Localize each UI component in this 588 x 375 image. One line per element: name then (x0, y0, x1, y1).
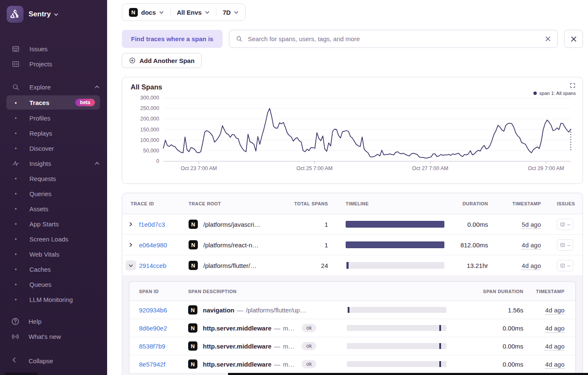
sidebar-item-profiles[interactable]: • Profiles (0, 110, 107, 126)
nextjs-icon: N (188, 359, 197, 369)
sidebar-item-app-starts[interactable]: •App Starts (0, 216, 107, 231)
timestamp-link[interactable]: 4d ago (545, 361, 564, 369)
sidebar-item-help[interactable]: Help (0, 314, 107, 329)
sidebar-item-label: Collapse (29, 357, 53, 365)
expand-chart-icon[interactable] (570, 82, 576, 89)
sentry-logo-icon[interactable] (7, 6, 24, 23)
project-selector[interactable]: N docs (129, 8, 164, 17)
span-id-link[interactable]: 8d6e90e2 (139, 325, 167, 332)
sidebar-item-caches[interactable]: •Caches (0, 262, 107, 277)
find-traces-label: Find traces where a span is (131, 35, 213, 42)
issues-icon (560, 242, 565, 248)
clear-search-icon[interactable] (545, 36, 551, 42)
sidebar-item-screen-loads[interactable]: •Screen Loads (0, 231, 107, 247)
timestamp-link[interactable]: 4d ago (545, 307, 564, 315)
remove-span-button[interactable] (564, 30, 583, 48)
span-timeline-bar[interactable] (347, 361, 446, 367)
span-search-input[interactable] (247, 35, 541, 43)
sidebar-item-web-vitals[interactable]: •Web Vitals (0, 247, 107, 262)
sidebar-item-whats-new[interactable]: What's new (0, 329, 107, 344)
span-table-header-row: SPAN ID SPAN DESCRIPTION SPAN DURATION T… (129, 282, 575, 301)
issues-count-button[interactable]: – (557, 260, 573, 271)
col-span-duration: SPAN DURATION (453, 289, 527, 294)
projects-icon (12, 60, 20, 68)
span-row[interactable]: 8538f7b9 N http.server.middleware — m… o… (129, 337, 575, 355)
date-range-selector[interactable]: 7D (223, 9, 239, 16)
sidebar-item-replays[interactable]: • Replays (0, 126, 107, 141)
org-switcher[interactable]: Sentry (29, 10, 58, 18)
sidebar-item-label: Projects (29, 60, 52, 68)
sidebar-item-discover[interactable]: • Discover (0, 141, 107, 156)
environment-value: All Envs (177, 9, 202, 16)
sidebar-item-issues[interactable]: Issues (0, 41, 107, 56)
span-row[interactable]: 8e57942f N http.server.middleware — m… o… (129, 355, 575, 373)
span-search-box[interactable] (229, 30, 558, 48)
timestamp-link[interactable]: 4d ago (545, 343, 564, 351)
spans-line-chart[interactable]: 050,000100,000150,000200,000250,000300,0… (131, 95, 576, 175)
bullet-icon: • (12, 145, 20, 152)
sidebar-item-projects[interactable]: Projects (0, 56, 107, 71)
expand-row-icon[interactable] (128, 221, 134, 227)
expanded-trace-spans: SPAN ID SPAN DESCRIPTION SPAN DURATION T… (122, 276, 583, 375)
bullet-icon: • (12, 115, 20, 121)
bullet-icon: • (12, 266, 20, 273)
timestamp-link[interactable]: 4d ago (522, 241, 541, 249)
sidebar-item-label: Requests (29, 175, 56, 182)
nextjs-icon: N (189, 220, 198, 229)
span-timeline-bar[interactable] (347, 343, 446, 349)
sidebar-section-insights[interactable]: Insights (0, 156, 107, 171)
sidebar-item-traces[interactable]: • Traces beta (6, 95, 100, 110)
sidebar-collapse-button[interactable]: Collapse (0, 353, 107, 368)
add-another-span-button[interactable]: Add Another Span (122, 53, 202, 68)
timeline-bar[interactable] (346, 221, 444, 228)
chevron-down-icon (205, 10, 210, 15)
table-row[interactable]: f1e0d7c3 N/platforms/javascri… 1 0.00ms … (122, 214, 583, 235)
environment-selector[interactable]: All Envs (177, 9, 210, 16)
sidebar-item-queues[interactable]: •Queues (0, 277, 107, 292)
span-row[interactable]: 8d6e90e2 N http.server.middleware — m… o… (129, 319, 575, 337)
separator: — (274, 343, 281, 350)
issues-count-button[interactable]: – (557, 239, 573, 251)
svg-text:Oct 27 7:00 AM: Oct 27 7:00 AM (412, 165, 448, 171)
span-timeline-bar[interactable] (347, 307, 446, 313)
span-description: /platforms/flutter/up… (246, 307, 306, 314)
col-total-spans: TOTAL SPANS (291, 201, 333, 206)
svg-text:Oct 25 7:00 AM: Oct 25 7:00 AM (297, 165, 333, 171)
sidebar-section-explore[interactable]: Explore (0, 79, 107, 94)
span-id-link[interactable]: 8e57942f (139, 361, 165, 368)
timestamp-link[interactable]: 4d ago (522, 262, 541, 270)
collapse-row-button[interactable] (126, 260, 136, 270)
sidebar-item-queries[interactable]: •Queries (0, 186, 107, 201)
table-row[interactable]: e064e980 N/platforms/react-n… 1 812.00ms… (122, 235, 583, 255)
span-row[interactable]: 920934b6 N navigation — /platforms/flutt… (129, 301, 575, 319)
sidebar-item-llm-monitoring[interactable]: •LLM Monitoring (0, 292, 107, 307)
trace-id-link[interactable]: e064e980 (139, 241, 167, 249)
expand-row-icon[interactable] (128, 242, 134, 248)
issues-icon (560, 222, 565, 227)
duration-value: 13.21hr (453, 262, 491, 269)
help-icon (11, 317, 20, 326)
col-timestamp: TIMESTAMP (491, 201, 544, 206)
trace-id-link[interactable]: 2914cceb (139, 262, 166, 269)
timeline-bar[interactable] (346, 262, 444, 269)
sidebar-item-requests[interactable]: •Requests (0, 171, 107, 186)
brand-header: Sentry (0, 5, 107, 24)
main-content: N docs All Envs 7D Find traces where a s… (107, 0, 588, 375)
chart-title: All Spans (131, 83, 576, 91)
trace-id-link[interactable]: f1e0d7c3 (139, 221, 165, 228)
sidebar-item-assets[interactable]: •Assets (0, 201, 107, 216)
issues-count-button[interactable]: – (557, 219, 573, 230)
issues-count: – (567, 242, 570, 248)
chevron-left-icon (11, 357, 20, 365)
table-row-expanded[interactable]: 2914cceb N/platforms/flutter/… 24 13.21h… (122, 255, 583, 276)
sidebar-item-label: Caches (29, 266, 51, 273)
chevron-down-icon (159, 10, 164, 15)
span-id-link[interactable]: 8538f7b9 (139, 343, 165, 350)
timestamp-link[interactable]: 4d ago (545, 325, 564, 333)
span-timeline-bar[interactable] (347, 325, 446, 331)
sidebar-item-label: Help (29, 318, 42, 325)
span-id-link[interactable]: 920934b6 (139, 307, 167, 314)
timestamp-link[interactable]: 5d ago (522, 221, 541, 229)
timeline-bar[interactable] (346, 241, 444, 248)
chart-legend[interactable]: span 1: All spans (533, 91, 576, 96)
